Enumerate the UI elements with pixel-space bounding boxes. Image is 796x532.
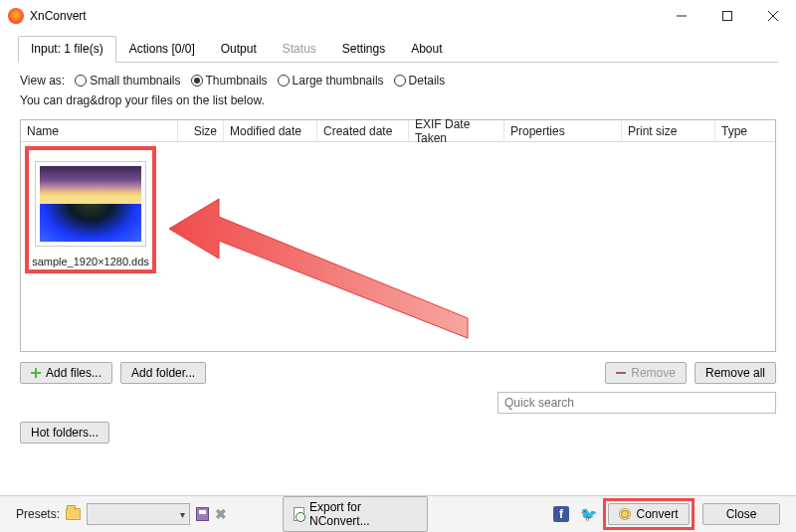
export-nconvert-button[interactable]: Export for NConvert... (283, 496, 428, 532)
preset-dropdown[interactable]: ▾ (87, 503, 189, 525)
tab-status: Status (270, 36, 329, 63)
delete-preset-icon: ✖ (215, 506, 227, 522)
presets-label: Presets: (16, 507, 60, 521)
document-icon (294, 507, 304, 521)
col-type[interactable]: Type (715, 120, 775, 141)
twitter-icon[interactable]: 🐦 (581, 506, 597, 522)
close-button[interactable]: Close (702, 503, 780, 525)
view-as-label: View as: (20, 74, 65, 88)
radio-large-thumbs[interactable]: Large thumbnails (278, 74, 384, 88)
tab-settings[interactable]: Settings (329, 36, 398, 63)
preset-bar: Presets: ▾ ✖ Export for NConvert... f 🐦 … (0, 495, 796, 532)
social-links: f 🐦 (553, 506, 597, 522)
col-size[interactable]: Size (178, 120, 224, 141)
hot-folders-button[interactable]: Hot folders... (20, 422, 109, 443)
col-created[interactable]: Created date (317, 120, 409, 141)
col-name[interactable]: Name (21, 120, 178, 141)
view-as-row: View as: Small thumbnails Thumbnails Lar… (20, 74, 776, 88)
add-files-button[interactable]: Add files... (20, 362, 112, 384)
column-headers: Name Size Modified date Created date EXI… (21, 120, 775, 142)
tab-actions[interactable]: Actions [0/0] (116, 36, 208, 63)
save-preset-icon[interactable] (196, 507, 209, 521)
close-window-button[interactable] (750, 0, 796, 31)
radio-thumbnails[interactable]: Thumbnails (191, 74, 268, 88)
annotation-highlight-convert: Convert (603, 498, 695, 530)
chevron-down-icon: ▾ (180, 509, 185, 520)
minus-icon (616, 372, 626, 374)
tabstrip: Input: 1 file(s) Actions [0/0] Output St… (18, 35, 778, 63)
radio-details[interactable]: Details (394, 74, 446, 88)
plus-icon (31, 368, 41, 378)
tab-content-input: View as: Small thumbnails Thumbnails Lar… (18, 63, 778, 443)
open-preset-icon[interactable] (66, 508, 81, 520)
tab-about[interactable]: About (398, 36, 455, 63)
col-modified[interactable]: Modified date (224, 120, 317, 141)
col-properties[interactable]: Properties (504, 120, 622, 141)
filelist[interactable]: Name Size Modified date Created date EXI… (20, 119, 776, 352)
window-controls (659, 0, 796, 31)
quick-search-input[interactable] (498, 392, 776, 414)
radio-small-thumbs[interactable]: Small thumbnails (75, 74, 180, 88)
add-folder-button[interactable]: Add folder... (120, 362, 206, 384)
maximize-button[interactable] (704, 0, 750, 31)
convert-button[interactable]: Convert (608, 503, 690, 525)
filelist-buttons: Add files... Add folder... Remove Remove… (20, 362, 776, 384)
thumbnail-area[interactable]: sample_1920×1280.dds (21, 142, 775, 351)
minimize-button[interactable] (659, 0, 704, 31)
tab-output[interactable]: Output (208, 36, 270, 63)
remove-button: Remove (605, 362, 687, 384)
titlebar: XnConvert (0, 0, 796, 31)
app-title: XnConvert (30, 9, 87, 23)
app-icon (8, 8, 24, 24)
thumbnail-filename: sample_1920×1280.dds (29, 256, 152, 267)
svg-rect-1 (723, 11, 732, 20)
gear-icon (619, 508, 631, 520)
thumbnail-image (36, 162, 145, 246)
col-printsize[interactable]: Print size (622, 120, 715, 141)
tab-input[interactable]: Input: 1 file(s) (18, 36, 116, 63)
facebook-icon[interactable]: f (553, 506, 569, 522)
file-thumbnail-item[interactable]: sample_1920×1280.dds (29, 150, 152, 267)
remove-all-button[interactable]: Remove all (695, 362, 776, 384)
col-exif[interactable]: EXIF Date Taken (409, 120, 504, 141)
dragdrop-hint: You can drag&drop your files on the list… (20, 93, 776, 107)
